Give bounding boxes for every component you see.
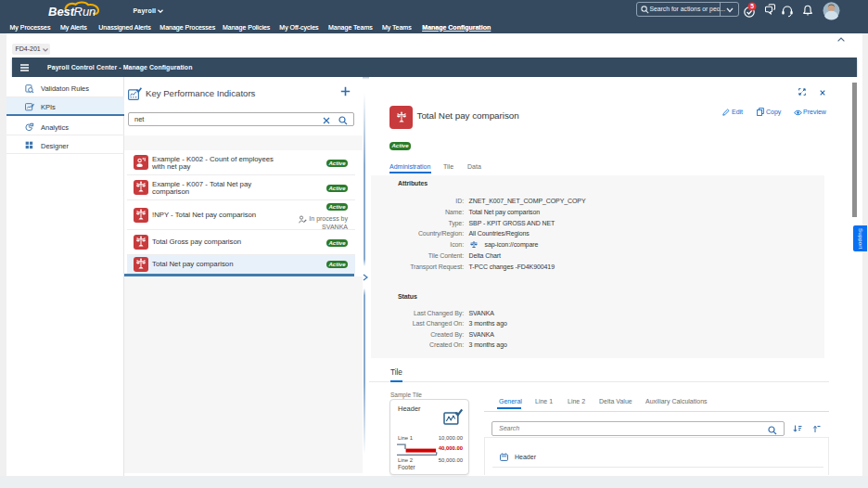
svg-text:Best: Best — [48, 5, 75, 19]
svg-text:5: 5 — [750, 3, 754, 9]
svg-text:Run: Run — [74, 5, 96, 19]
